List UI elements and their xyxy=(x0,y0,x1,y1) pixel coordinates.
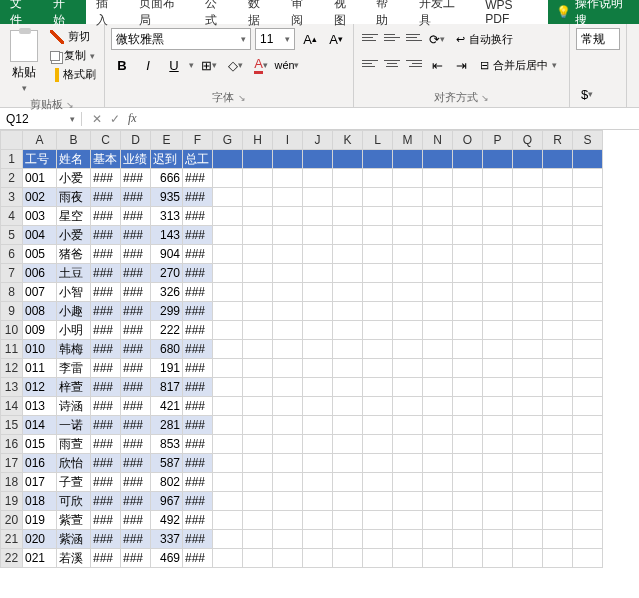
cell[interactable] xyxy=(213,264,243,283)
cell[interactable]: 817 xyxy=(151,378,183,397)
cell[interactable] xyxy=(453,245,483,264)
cell[interactable]: ### xyxy=(183,359,213,378)
cell[interactable] xyxy=(483,530,513,549)
cell[interactable] xyxy=(513,511,543,530)
cell[interactable] xyxy=(513,454,543,473)
row-header-14[interactable]: 14 xyxy=(1,397,23,416)
cell[interactable] xyxy=(303,549,333,568)
cell[interactable] xyxy=(393,492,423,511)
cell[interactable] xyxy=(453,207,483,226)
cell[interactable]: ### xyxy=(91,435,121,454)
col-header-M[interactable]: M xyxy=(393,131,423,150)
paste-button[interactable]: 粘贴 ▾ xyxy=(6,28,42,95)
cell[interactable] xyxy=(483,473,513,492)
cell[interactable]: ### xyxy=(121,511,151,530)
cell[interactable]: ### xyxy=(91,473,121,492)
cell[interactable] xyxy=(303,188,333,207)
cell[interactable] xyxy=(213,359,243,378)
cell[interactable] xyxy=(543,340,573,359)
cell[interactable] xyxy=(423,397,453,416)
cell[interactable]: ### xyxy=(121,492,151,511)
dialog-launcher-icon[interactable]: ↘ xyxy=(481,93,489,103)
cell[interactable] xyxy=(573,321,603,340)
cell[interactable] xyxy=(273,188,303,207)
cell[interactable] xyxy=(573,340,603,359)
cell[interactable]: ### xyxy=(91,511,121,530)
cell[interactable] xyxy=(513,530,543,549)
cell[interactable] xyxy=(483,207,513,226)
cell[interactable] xyxy=(483,511,513,530)
col-header-P[interactable]: P xyxy=(483,131,513,150)
number-format-select[interactable]: 常规 xyxy=(576,28,620,50)
cell[interactable] xyxy=(543,321,573,340)
cell[interactable] xyxy=(393,416,423,435)
cell[interactable]: ### xyxy=(121,549,151,568)
cell[interactable] xyxy=(303,169,333,188)
cell[interactable]: 008 xyxy=(23,302,57,321)
cell[interactable] xyxy=(513,188,543,207)
cell[interactable] xyxy=(213,549,243,568)
table-header-cell[interactable]: 总工 xyxy=(183,150,213,169)
cell[interactable] xyxy=(333,264,363,283)
cell[interactable] xyxy=(423,416,453,435)
fx-icon[interactable]: fx xyxy=(128,111,137,126)
cell[interactable] xyxy=(543,283,573,302)
cell[interactable] xyxy=(483,378,513,397)
cell[interactable] xyxy=(273,397,303,416)
cell[interactable] xyxy=(543,226,573,245)
cell[interactable] xyxy=(273,207,303,226)
cell[interactable] xyxy=(243,169,273,188)
col-header-L[interactable]: L xyxy=(363,131,393,150)
row-header-19[interactable]: 19 xyxy=(1,492,23,511)
cell[interactable] xyxy=(453,473,483,492)
cell[interactable]: 143 xyxy=(151,226,183,245)
row-header-15[interactable]: 15 xyxy=(1,416,23,435)
cell[interactable]: ### xyxy=(121,226,151,245)
cell[interactable] xyxy=(543,245,573,264)
cell[interactable] xyxy=(393,340,423,359)
cell[interactable] xyxy=(483,188,513,207)
cell[interactable]: 680 xyxy=(151,340,183,359)
cell[interactable] xyxy=(243,473,273,492)
cell[interactable]: ### xyxy=(91,321,121,340)
cell[interactable] xyxy=(273,454,303,473)
cell[interactable] xyxy=(213,207,243,226)
cell[interactable] xyxy=(543,473,573,492)
cell[interactable]: 019 xyxy=(23,511,57,530)
cell[interactable]: ### xyxy=(91,188,121,207)
cell[interactable] xyxy=(333,226,363,245)
cell[interactable] xyxy=(573,454,603,473)
cell[interactable]: ### xyxy=(121,283,151,302)
cell[interactable]: 紫萱 xyxy=(57,511,91,530)
cell[interactable] xyxy=(543,397,573,416)
cell[interactable]: 337 xyxy=(151,530,183,549)
name-box[interactable]: Q12▾ xyxy=(0,112,82,126)
cell[interactable]: ### xyxy=(121,435,151,454)
cell[interactable]: 紫涵 xyxy=(57,530,91,549)
col-header-Q[interactable]: Q xyxy=(513,131,543,150)
cell[interactable] xyxy=(453,378,483,397)
cell[interactable]: 雨萱 xyxy=(57,435,91,454)
cell[interactable] xyxy=(243,340,273,359)
cell[interactable] xyxy=(423,511,453,530)
cell[interactable] xyxy=(483,264,513,283)
cell[interactable] xyxy=(483,321,513,340)
cell[interactable] xyxy=(333,302,363,321)
row-header-10[interactable]: 10 xyxy=(1,321,23,340)
tab-开发工具[interactable]: 开发工具 xyxy=(409,0,475,24)
cell[interactable] xyxy=(273,492,303,511)
cell[interactable]: ### xyxy=(91,226,121,245)
cell[interactable]: ### xyxy=(183,245,213,264)
cell[interactable]: 子萱 xyxy=(57,473,91,492)
wrap-text-button[interactable]: ↩自动换行 xyxy=(450,28,519,50)
tab-WPS PDF[interactable]: WPS PDF xyxy=(475,0,547,24)
cell[interactable] xyxy=(543,416,573,435)
cell[interactable] xyxy=(483,397,513,416)
cell[interactable] xyxy=(303,378,333,397)
italic-button[interactable]: I xyxy=(137,54,159,76)
cell[interactable] xyxy=(363,302,393,321)
cell[interactable] xyxy=(363,283,393,302)
row-header-17[interactable]: 17 xyxy=(1,454,23,473)
cell[interactable] xyxy=(483,283,513,302)
confirm-icon[interactable]: ✓ xyxy=(110,112,120,126)
